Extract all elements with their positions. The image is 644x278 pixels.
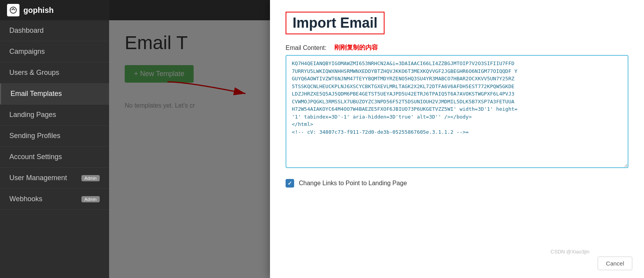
sidebar-item-user-management[interactable]: User Management Admin [0,168,109,189]
sidebar-nav: Dashboard Campaigns Users & Groups Email… [0,20,109,278]
email-content-label-row: Email Content: 刚刚复制的内容 [286,44,628,52]
sidebar-item-email-templates[interactable]: Email Templates [0,83,109,104]
sidebar-item-label: Landing Pages [9,111,56,119]
sidebar-item-sending-profiles[interactable]: Sending Profiles [0,126,109,147]
modal-footer: Cancel [598,257,632,270]
sidebar-item-users-groups[interactable]: Users & Groups [0,62,109,83]
sidebar: gophish Dashboard Campaigns Users & Grou… [0,0,109,278]
copied-hint: 刚刚复制的内容 [334,44,378,52]
logo-text: gophish [23,6,54,15]
sidebar-item-webhooks[interactable]: Webhooks Admin [0,189,109,210]
checkmark-icon: ✓ [288,180,292,186]
sidebar-item-label: Users & Groups [9,69,59,77]
svg-point-0 [10,7,16,13]
sidebar-item-label: User Management [9,174,67,182]
email-content-label: Email Content: [286,44,326,51]
sidebar-item-label: Account Settings [9,153,62,161]
sidebar-item-account-settings[interactable]: Account Settings [0,147,109,168]
watermark: CSDN @Xiao3jin [550,249,589,255]
change-links-row: ✓ Change Links to Point to Landing Page [286,179,628,188]
webhooks-badge: Admin [81,196,100,202]
import-email-modal: Import Email Email Content: 刚刚复制的内容 ✓ Ch… [270,0,644,278]
sidebar-item-dashboard[interactable]: Dashboard [0,20,109,41]
logo-icon [7,4,19,16]
user-management-badge: Admin [81,175,100,181]
sidebar-item-label: Sending Profiles [9,132,60,140]
sidebar-item-label: Email Templates [11,90,62,98]
modal-title: Import Email [286,12,385,34]
cancel-button[interactable]: Cancel [598,257,632,270]
change-links-label: Change Links to Point to Landing Page [299,180,407,187]
sidebar-item-landing-pages[interactable]: Landing Pages [0,104,109,126]
change-links-checkbox[interactable]: ✓ [286,179,294,188]
sidebar-item-label: Webhooks [9,195,42,203]
email-content-textarea[interactable] [286,55,628,168]
sidebar-item-label: Dashboard [9,27,44,35]
sidebar-logo: gophish [0,0,109,20]
sidebar-item-label: Campaigns [9,48,45,56]
main-content: Email T + New Template No templates yet.… [109,0,644,278]
sidebar-item-campaigns[interactable]: Campaigns [0,41,109,62]
